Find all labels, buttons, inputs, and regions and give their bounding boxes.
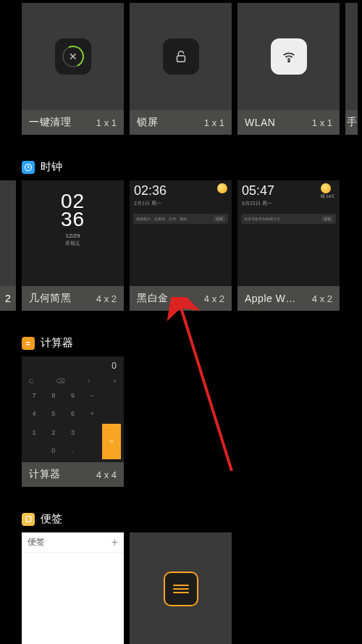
widget-size: 4 x 4: [96, 469, 117, 480]
toggle-widgets-row: ✕ 一键清理 1 x 1 锁屏 1 x 1: [22, 3, 358, 135]
search-bar-preview: 你家乌龟带你称霸天堂 搜索: [241, 214, 336, 224]
search-placeholder: 你家乌龟带你称霸天堂: [244, 217, 280, 221]
widget-name: 手: [345, 110, 358, 135]
svg-rect-0: [177, 56, 185, 62]
widget-size: 1 x 1: [312, 117, 332, 128]
lock-tile: [163, 38, 199, 75]
widget-name: Apple W…: [245, 293, 296, 304]
widget-lockscreen[interactable]: 锁屏 1 x 1: [130, 3, 232, 135]
search-button: 搜索: [321, 216, 333, 222]
svg-line-4: [181, 308, 232, 471]
section-header-clock: 时钟: [22, 160, 62, 174]
note-icon: [164, 572, 198, 606]
widget-partial-right[interactable]: 手: [345, 3, 358, 135]
clock-time: 02:36: [134, 183, 167, 198]
sun-icon: [217, 183, 227, 193]
widget-name: 几何简黑: [29, 292, 71, 305]
clear-tile: ✕: [55, 38, 91, 75]
clock-time: 0236: [22, 192, 124, 228]
widget-preview: 05:47 8月23日 周一 晴 16℃ 你家乌龟带你称霸天堂 搜索: [237, 180, 340, 286]
notes-section-icon: [22, 513, 35, 526]
search-placeholder: 搜索图片、设置项、应用、视频…: [136, 217, 190, 221]
add-note-icon[interactable]: +: [111, 536, 118, 549]
clock-section-icon: [22, 161, 35, 174]
widget-size: 1 x 1: [96, 117, 117, 128]
widget-name: 锁屏: [137, 116, 158, 129]
temp-label: 晴 16℃: [321, 193, 335, 200]
svg-rect-3: [26, 517, 30, 522]
notes-widget-icon[interactable]: [130, 532, 232, 644]
widget-size: 2: [0, 286, 16, 311]
annotation-arrow: [167, 297, 253, 485]
notes-title: 便签: [28, 536, 45, 548]
calc-display: 0: [25, 359, 121, 375]
widget-clear[interactable]: ✕ 一键清理 1 x 1: [22, 3, 124, 135]
ring-close-icon: ✕: [62, 46, 84, 67]
clock-date: 12/29: [22, 233, 124, 239]
search-button: 搜索: [214, 216, 225, 222]
clock-partial-left[interactable]: 2: [0, 180, 16, 311]
widget-wlan[interactable]: WLAN 1 x 1: [237, 3, 340, 135]
wifi-icon: [281, 49, 297, 64]
clock-widget-blackgold[interactable]: 02:36 2月1日 周一 搜索图片、设置项、应用、视频… 搜索 黑白金 4 x…: [130, 180, 232, 311]
widget-preview: 0236 12/29 星期五: [22, 180, 124, 286]
calc-keypad: 789− 456+ 123= 0.: [25, 387, 121, 459]
section-header-notes: 便签: [22, 512, 62, 526]
notes-widget-list[interactable]: 便签 +: [22, 532, 124, 644]
search-bar-preview: 搜索图片、设置项、应用、视频… 搜索: [133, 214, 228, 224]
lock-icon: [173, 49, 189, 64]
clock-widget-geometric[interactable]: 0236 12/29 星期五 几何简黑 4 x 2: [22, 180, 124, 311]
widget-preview: [237, 3, 340, 110]
widget-size: 4 x 2: [204, 293, 224, 304]
clock-day: 星期五: [22, 240, 124, 247]
widget-preview: ✕: [22, 3, 124, 110]
wifi-tile: [271, 38, 307, 75]
widget-name: WLAN: [245, 117, 275, 128]
widget-name: 一键清理: [29, 116, 71, 129]
widget-name: 计算器: [29, 468, 61, 481]
calculator-section-icon: =: [22, 337, 35, 350]
calculator-widgets-row: 0 C⌫ ÷× 789− 456+ 123= 0. 计算器 4 x 4: [22, 356, 124, 487]
widget-size: 1 x 1: [204, 117, 224, 128]
notes-widgets-row: 便签 +: [22, 532, 232, 644]
section-title: 时钟: [41, 160, 62, 174]
calculator-widget[interactable]: 0 C⌫ ÷× 789− 456+ 123= 0. 计算器 4 x 4: [22, 356, 124, 487]
sun-icon: [321, 183, 331, 193]
clock-time: 05:47: [242, 183, 274, 198]
clock-date: 8月23日 周一: [242, 200, 274, 207]
calc-top-row: C⌫ ÷×: [25, 375, 121, 387]
svg-point-1: [288, 61, 290, 62]
widget-name: 黑白金: [137, 292, 169, 305]
widget-preview: 0 C⌫ ÷× 789− 456+ 123= 0.: [22, 356, 124, 462]
widget-size: 4 x 2: [96, 293, 117, 304]
section-header-calculator: = 计算器: [22, 336, 73, 350]
widget-preview: [130, 3, 232, 110]
notes-header: 便签 +: [22, 532, 124, 553]
widget-size: 4 x 2: [312, 293, 332, 304]
clock-widgets-row: 2 0236 12/29 星期五 几何简黑 4 x 2 02:36 2月1日: [0, 180, 340, 311]
clock-date: 2月1日 周一: [134, 200, 167, 207]
widget-preview: 02:36 2月1日 周一 搜索图片、设置项、应用、视频… 搜索: [130, 180, 232, 286]
section-title: 便签: [41, 512, 62, 526]
clock-widget-apple[interactable]: 05:47 8月23日 周一 晴 16℃ 你家乌龟带你称霸天堂 搜索 Apple…: [237, 180, 340, 311]
section-title: 计算器: [41, 336, 73, 350]
